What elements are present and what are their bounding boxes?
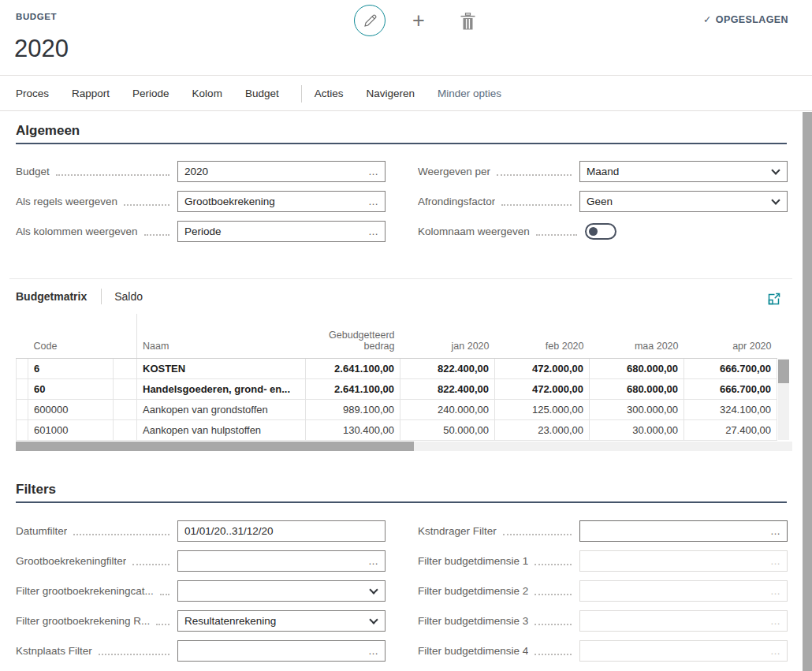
grootboekrekening-r-select[interactable]: Resultatenrekening: [177, 610, 386, 632]
assist-ellipsis-icon[interactable]: …: [363, 645, 379, 657]
row-indicator-cell[interactable]: [17, 419, 28, 440]
budget-lookup-field[interactable]: 2020 …: [177, 161, 386, 182]
table-horizontal-scrollbar[interactable]: [16, 442, 792, 451]
cell-apr[interactable]: 666.700,00: [684, 378, 777, 399]
cell-jan[interactable]: 240.000,00: [400, 399, 495, 419]
menu-item-navigeren[interactable]: Navigeren: [366, 88, 415, 99]
kstndrager-filter-lookup-field[interactable]: …: [579, 520, 788, 542]
cell-naam[interactable]: Aankopen van grondstoffen: [137, 399, 306, 419]
cell-jan[interactable]: 822.400,00: [400, 358, 495, 378]
tab-budgetmatrix[interactable]: Budgetmatrix: [16, 290, 87, 303]
cell-code[interactable]: 60: [28, 378, 114, 399]
cell-maa[interactable]: 680.000,00: [590, 378, 684, 399]
cell-apr[interactable]: 666.700,00: [684, 358, 777, 378]
cell-apr[interactable]: 27.400,00: [684, 419, 777, 440]
cell-feb[interactable]: 23.000,00: [495, 419, 590, 440]
grootboekrekeningfilter-lookup-field[interactable]: …: [177, 550, 386, 572]
cell-maa[interactable]: 300.000,00: [590, 399, 684, 419]
cell-budget[interactable]: 2.641.100,00: [306, 358, 400, 378]
field-budgetdimensie-1: Filter budgetdimensie 1 …: [418, 550, 788, 572]
cell-spacer[interactable]: [114, 399, 137, 419]
cell-apr[interactable]: 324.100,00: [684, 399, 777, 419]
header-spacer-col: [114, 314, 137, 358]
cell-budget-link[interactable]: 989.100,00: [306, 399, 400, 419]
als-regels-weergeven-lookup-field[interactable]: Grootboekrekening …: [177, 191, 386, 212]
matrix-tabs: Budgetmatrix Saldo: [16, 286, 143, 307]
tab-saldo[interactable]: Saldo: [114, 290, 143, 303]
cell-spacer[interactable]: [114, 358, 137, 378]
cell-feb[interactable]: 125.000,00: [495, 399, 590, 419]
field-grootboekrekeningcategorie: Filter grootboekrekeningcat...: [16, 580, 386, 602]
delete-button[interactable]: [456, 9, 479, 33]
budgetdimensie-4-lookup-field: …: [579, 640, 788, 662]
cell-naam[interactable]: Aankopen van hulpstoffen: [137, 419, 306, 440]
dotted-leader: [156, 624, 169, 625]
part-divider: [9, 278, 792, 279]
row-indicator-cell[interactable]: [17, 358, 28, 378]
scrollbar-thumb[interactable]: [16, 442, 414, 451]
assist-ellipsis-icon[interactable]: …: [363, 166, 379, 177]
page-scrollbar[interactable]: [803, 112, 812, 671]
section-heading-filters: Filters: [16, 482, 56, 498]
menu-item-proces[interactable]: Proces: [16, 88, 49, 99]
saved-label: OPGESLAGEN: [716, 14, 788, 25]
kolomnaam-weergeven-toggle[interactable]: [585, 223, 616, 240]
scrollbar-thumb[interactable]: [778, 360, 789, 383]
field-budget: Budget 2020 …: [16, 161, 386, 182]
plus-icon: +: [412, 9, 425, 33]
chevron-down-icon: [369, 585, 378, 594]
field-label: Kolomnaam weergeven: [418, 226, 530, 237]
assist-ellipsis-icon[interactable]: …: [363, 196, 379, 207]
menu-item-minder-opties[interactable]: Minder opties: [438, 88, 501, 99]
cell-feb[interactable]: 472.000,00: [495, 378, 590, 399]
assist-ellipsis-icon[interactable]: …: [363, 555, 379, 567]
cell-jan[interactable]: 822.400,00: [400, 378, 495, 399]
kstnplaats-filter-lookup-field[interactable]: …: [177, 640, 386, 662]
datumfilter-input[interactable]: 01/01/20..31/12/20: [177, 520, 386, 542]
cell-budget-link[interactable]: 130.400,00: [306, 419, 400, 440]
cell-jan[interactable]: 50.000,00: [400, 419, 495, 440]
focus-mode-button[interactable]: [767, 292, 781, 306]
assist-ellipsis-icon[interactable]: …: [765, 525, 781, 537]
edit-button[interactable]: [354, 5, 386, 36]
cell-maa[interactable]: 30.000,00: [590, 419, 684, 440]
scrollbar-thumb[interactable]: [803, 112, 812, 671]
weergeven-per-select[interactable]: Maand: [579, 161, 788, 182]
table-vertical-scrollbar[interactable]: [778, 359, 789, 440]
cell-spacer[interactable]: [114, 419, 137, 440]
budgetdimensie-1-lookup-field: …: [579, 550, 788, 572]
menu-item-acties[interactable]: Acties: [315, 88, 344, 99]
field-label: Kstndrager Filter: [418, 525, 497, 537]
row-indicator-cell[interactable]: [17, 399, 28, 419]
budgetdimensie-3-lookup-field: …: [579, 610, 788, 632]
field-value: Geen: [587, 196, 768, 207]
dotted-leader: [535, 564, 572, 565]
field-als-kolommen-weergeven: Als kolommen weergeven Periode …: [16, 221, 386, 242]
field-value: 2020: [184, 166, 363, 177]
table-row: 601000 Aankopen van hulpstoffen 130.400,…: [17, 419, 777, 440]
cell-code[interactable]: 601000: [28, 419, 114, 440]
menu-item-kolom[interactable]: Kolom: [192, 88, 222, 99]
dotted-leader: [124, 204, 169, 206]
menu-item-periode[interactable]: Periode: [132, 88, 169, 99]
new-button[interactable]: +: [405, 8, 432, 33]
cell-naam[interactable]: KOSTEN: [137, 358, 306, 378]
page-title: 2020: [14, 35, 69, 63]
cell-maa[interactable]: 680.000,00: [590, 358, 684, 378]
header-jan-2020: jan 2020: [400, 314, 495, 358]
afrondingsfactor-select[interactable]: Geen: [579, 191, 788, 212]
assist-ellipsis-icon[interactable]: …: [363, 226, 379, 237]
menu-item-budget[interactable]: Budget: [245, 88, 279, 99]
cell-spacer[interactable]: [114, 378, 137, 399]
cell-code[interactable]: 600000: [28, 399, 114, 419]
cell-code[interactable]: 6: [28, 358, 114, 378]
table-row: 600000 Aankopen van grondstoffen 989.100…: [17, 399, 777, 419]
menu-item-rapport[interactable]: Rapport: [72, 88, 110, 99]
cell-budget[interactable]: 2.641.100,00: [306, 378, 400, 399]
grootboekrekeningcategorie-select[interactable]: [177, 580, 386, 602]
als-kolommen-weergeven-lookup-field[interactable]: Periode …: [177, 221, 386, 242]
field-label: Filter budgetdimensie 3: [418, 615, 528, 627]
cell-feb[interactable]: 472.000,00: [495, 358, 590, 378]
row-indicator-cell[interactable]: [17, 378, 28, 399]
cell-naam[interactable]: Handelsgoederen, grond- en...: [137, 378, 306, 399]
